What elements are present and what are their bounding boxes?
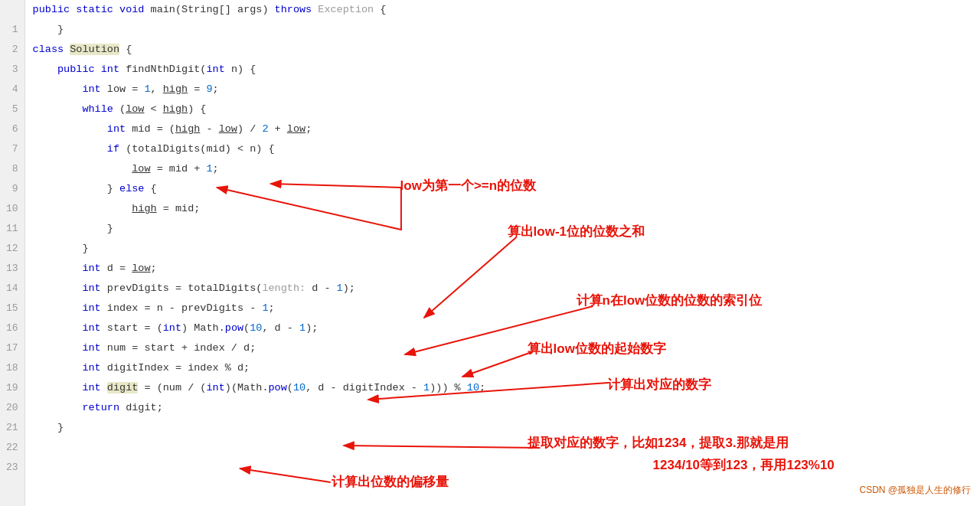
code-line-19: int digitIndex = index % d;: [33, 358, 980, 378]
code-line-17: int start = (int) Math.pow(10, d - 1);: [33, 318, 980, 338]
code-line-9: low = mid + 1;: [33, 159, 980, 179]
code-line-16: int index = n - prevDigits - 1;: [33, 299, 980, 318]
code-line-14: int d = low;: [33, 259, 980, 279]
code-line-12: }: [33, 219, 980, 239]
digit-annotation2: 1234/10等到123，再用123%10: [653, 455, 835, 475]
code-line-7: int mid = (high - low) / 2 + low;: [33, 119, 980, 139]
code-line-6: while (low < high) {: [33, 100, 980, 119]
code-line-22: }: [33, 418, 980, 438]
return-annotation: 计算出位数的偏移量: [332, 472, 449, 492]
code-line-4: public int findNthDigit(int n) {: [33, 60, 980, 80]
code-line-13: }: [33, 239, 980, 259]
code-line-2: }: [33, 20, 980, 40]
code-line-1: public static void main(String[] args) t…: [33, 0, 980, 20]
code-line-20: int digit = (num / (int)(Math.pow(10, d …: [33, 378, 980, 398]
code-line-5: int low = 1, high = 9;: [33, 80, 980, 100]
code-line-11: high = mid;: [33, 199, 980, 219]
line-numbers: 1 2 3 4 5 6 7 8 9 10 11 12 13 14 15 16 1…: [0, 0, 25, 506]
code-area: public static void main(String[] args) t…: [25, 0, 980, 506]
code-line-10: } else {: [33, 179, 980, 199]
code-line-3: class Solution {: [33, 40, 980, 60]
main-container: 1 2 3 4 5 6 7 8 9 10 11 12 13 14 15 16 1…: [0, 0, 980, 506]
code-line-15: int prevDigits = totalDigits(length: d -…: [33, 279, 980, 299]
code-line-21: return digit;: [33, 398, 980, 418]
code-line-18: int num = start + index / d;: [33, 338, 980, 358]
watermark: CSDN @孤独是人生的修行: [859, 480, 971, 500]
code-line-8: if (totalDigits(mid) < n) {: [33, 139, 980, 159]
